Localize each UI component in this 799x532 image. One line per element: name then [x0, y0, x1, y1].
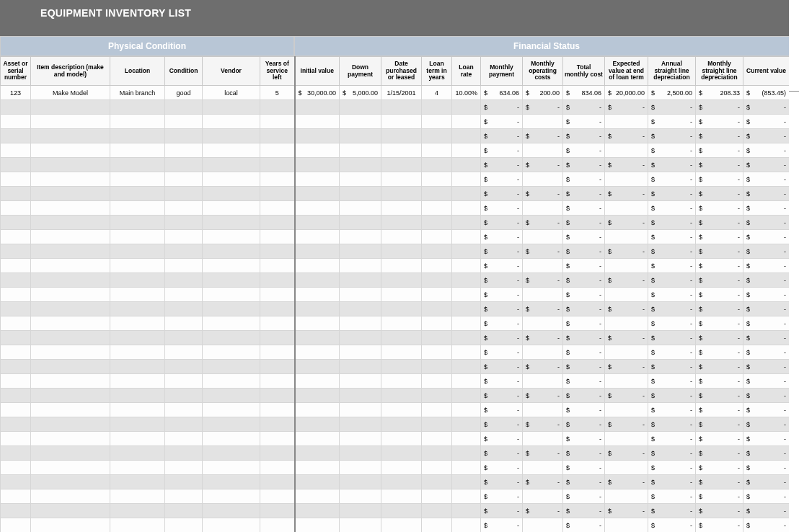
cell[interactable] [260, 417, 295, 432]
cell[interactable]: $- [648, 417, 696, 432]
cell[interactable] [1, 475, 31, 489]
cell[interactable] [260, 504, 295, 518]
cell[interactable] [422, 475, 452, 489]
cell[interactable] [165, 360, 203, 374]
cell[interactable] [523, 259, 563, 273]
cell[interactable]: $- [743, 201, 790, 216]
cell[interactable] [605, 143, 648, 158]
cell[interactable] [31, 360, 110, 374]
cell[interactable] [422, 158, 452, 172]
cell[interactable] [523, 403, 563, 417]
cell[interactable] [452, 345, 481, 360]
cell[interactable] [165, 345, 203, 360]
cell[interactable]: $- [696, 187, 743, 201]
cell[interactable] [31, 143, 110, 158]
cell[interactable]: $- [696, 158, 743, 172]
cell[interactable]: $- [743, 115, 790, 129]
cell[interactable] [165, 504, 203, 518]
cell[interactable] [295, 100, 340, 115]
cell[interactable] [381, 230, 422, 244]
cell[interactable] [340, 172, 381, 187]
cell[interactable] [110, 288, 165, 302]
cell[interactable] [523, 316, 563, 331]
cell[interactable] [31, 475, 110, 489]
cell[interactable] [452, 230, 481, 244]
cell[interactable] [422, 360, 452, 374]
cell[interactable] [452, 115, 481, 129]
cell[interactable]: $834.06 [563, 86, 605, 100]
cell[interactable] [203, 288, 260, 302]
cell[interactable] [422, 331, 452, 345]
cell[interactable] [1, 201, 31, 216]
cell[interactable] [422, 316, 452, 331]
cell[interactable]: $- [563, 331, 605, 345]
cell[interactable] [605, 172, 648, 187]
cell[interactable] [1, 244, 31, 259]
cell[interactable]: $- [648, 129, 696, 143]
cell[interactable]: $- [563, 201, 605, 216]
cell[interactable] [452, 288, 481, 302]
cell[interactable] [203, 100, 260, 115]
cell[interactable]: $- [481, 216, 523, 230]
cell[interactable]: $- [743, 216, 790, 230]
cell[interactable]: $- [648, 345, 696, 360]
cell[interactable] [1, 302, 31, 316]
cell[interactable] [31, 273, 110, 288]
cell[interactable]: $- [696, 201, 743, 216]
cell[interactable] [110, 187, 165, 201]
cell[interactable]: $- [743, 389, 790, 403]
cell[interactable] [605, 489, 648, 504]
cell[interactable] [523, 288, 563, 302]
cell[interactable] [340, 244, 381, 259]
cell[interactable] [452, 389, 481, 403]
cell[interactable] [340, 518, 381, 533]
cell[interactable] [422, 403, 452, 417]
cell[interactable] [260, 288, 295, 302]
cell[interactable] [452, 216, 481, 230]
cell[interactable] [260, 216, 295, 230]
cell[interactable]: $- [696, 259, 743, 273]
cell[interactable] [260, 446, 295, 461]
cell[interactable] [110, 158, 165, 172]
cell[interactable]: $- [696, 273, 743, 288]
cell[interactable] [31, 403, 110, 417]
cell[interactable] [381, 316, 422, 331]
cell[interactable] [381, 100, 422, 115]
cell[interactable] [295, 374, 340, 389]
cell[interactable]: $- [481, 158, 523, 172]
cell[interactable]: good [165, 86, 203, 100]
cell[interactable] [260, 158, 295, 172]
cell[interactable] [110, 331, 165, 345]
cell[interactable] [452, 403, 481, 417]
cell[interactable] [165, 216, 203, 230]
cell[interactable] [295, 316, 340, 331]
cell[interactable] [165, 143, 203, 158]
cell[interactable]: $- [696, 389, 743, 403]
cell[interactable]: $20,000.00 [605, 86, 648, 100]
cell[interactable] [295, 331, 340, 345]
cell[interactable] [295, 129, 340, 143]
cell[interactable] [165, 475, 203, 489]
cell[interactable] [260, 518, 295, 533]
cell[interactable] [165, 302, 203, 316]
cell[interactable] [381, 201, 422, 216]
cell[interactable] [110, 518, 165, 533]
cell[interactable]: $- [523, 504, 563, 518]
cell[interactable] [110, 230, 165, 244]
cell[interactable] [203, 432, 260, 446]
cell[interactable]: $- [648, 216, 696, 230]
cell[interactable] [381, 302, 422, 316]
cell[interactable] [381, 187, 422, 201]
cell[interactable]: $- [648, 302, 696, 316]
cell[interactable] [381, 273, 422, 288]
cell[interactable]: $- [605, 302, 648, 316]
cell[interactable] [110, 115, 165, 129]
cell[interactable]: $- [481, 201, 523, 216]
cell[interactable] [422, 259, 452, 273]
cell[interactable] [295, 302, 340, 316]
cell[interactable] [523, 461, 563, 475]
cell[interactable] [295, 518, 340, 533]
cell[interactable] [340, 360, 381, 374]
cell[interactable]: $- [648, 316, 696, 331]
cell[interactable] [31, 187, 110, 201]
